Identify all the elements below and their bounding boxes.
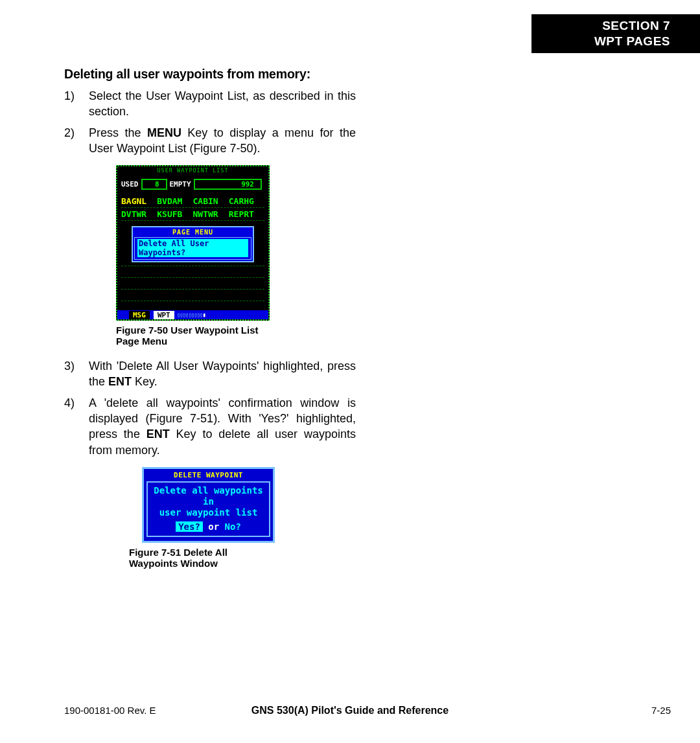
used-label: USED	[121, 180, 139, 189]
page-footer: 190-00181-00 Rev. E GNS 530(A) Pilot's G…	[0, 705, 700, 716]
step-4: 4) A 'delete all waypoints' confirmation…	[64, 395, 356, 458]
subheading: Deleting all user waypoints from memory:	[64, 67, 356, 82]
step-2: 2) Press the MENU Key to display a menu …	[64, 125, 356, 157]
step-body: Press the MENU Key to display a menu for…	[89, 125, 356, 157]
step-1: 1) Select the User Waypoint List, as des…	[64, 88, 356, 120]
delete-waypoint-body: Delete all waypoints in user waypoint li…	[146, 481, 270, 537]
confirm-options: Yes? or No?	[148, 521, 269, 532]
waypoint-row: BAGNL BVDAM CABIN CARHG	[121, 195, 264, 208]
figure-7-50: USER WAYPOINT LIST USED 8 EMPTY 992 BAGN…	[116, 165, 270, 347]
option-or: or	[208, 521, 219, 532]
footer-docnum: 190-00181-00 Rev. E	[64, 705, 156, 716]
screen-footer: MSG WPT ▯▯▯▯▯▯▯▯▯▮	[117, 310, 268, 319]
wpt-indicator: WPT	[154, 311, 174, 319]
figure-7-50-screen: USER WAYPOINT LIST USED 8 EMPTY 992 BAGN…	[116, 165, 270, 321]
empty-label: EMPTY	[170, 180, 191, 189]
section-header-line1: SECTION 7	[538, 18, 670, 34]
steps-list: 1) Select the User Waypoint List, as des…	[64, 88, 356, 156]
dash-area	[121, 255, 264, 313]
delete-waypoint-title: DELETE WAYPOINT	[144, 469, 273, 481]
steps-list-continued: 3) With 'Delete All User Waypoints' high…	[64, 358, 356, 458]
footer-title: GNS 530(A) Pilot's Guide and Reference	[251, 705, 449, 716]
confirm-line-1: Delete all waypoints in	[148, 485, 269, 507]
screen-title: USER WAYPOINT LIST	[117, 167, 268, 174]
step-number: 3)	[64, 358, 89, 390]
step-body: With 'Delete All User Waypoints' highlig…	[89, 358, 356, 390]
figure-7-51-caption: Figure 7-51 Delete All Waypoints Window	[129, 547, 275, 569]
content-column: Deleting all user waypoints from memory:…	[64, 67, 356, 580]
step-number: 4)	[64, 395, 89, 458]
option-no: No?	[225, 521, 241, 532]
confirm-line-2: user waypoint list	[148, 507, 269, 518]
used-empty-row: USED 8 EMPTY 992	[121, 179, 264, 190]
waypoint-row: DVTWR KSUFB NWTWR REPRT	[121, 208, 264, 221]
step-3: 3) With 'Delete All User Waypoints' high…	[64, 358, 356, 390]
empty-value: 992	[194, 179, 262, 190]
step-number: 2)	[64, 125, 89, 157]
msg-indicator: MSG	[129, 311, 150, 319]
section-header-line2: WPT PAGES	[538, 34, 670, 49]
step-body: A 'delete all waypoints' confirmation wi…	[89, 395, 356, 458]
figure-7-50-caption: Figure 7-50 User Waypoint List Page Menu	[116, 325, 270, 347]
figure-7-51-screen: DELETE WAYPOINT Delete all waypoints in …	[142, 467, 275, 543]
footer-pagenum: 7-25	[651, 705, 671, 716]
page-menu-title: PAGE MENU	[134, 229, 251, 236]
figure-7-51: DELETE WAYPOINT Delete all waypoints in …	[142, 467, 275, 569]
step-body: Select the User Waypoint List, as descri…	[89, 88, 356, 120]
step-number: 1)	[64, 88, 89, 120]
section-header: SECTION 7 WPT PAGES	[531, 14, 700, 53]
waypoint-grid: BAGNL BVDAM CABIN CARHG DVTWR KSUFB NWTW…	[121, 195, 264, 221]
used-value: 8	[141, 179, 167, 190]
page-bars: ▯▯▯▯▯▯▯▯▯▮	[177, 312, 205, 318]
option-yes: Yes?	[176, 521, 203, 532]
